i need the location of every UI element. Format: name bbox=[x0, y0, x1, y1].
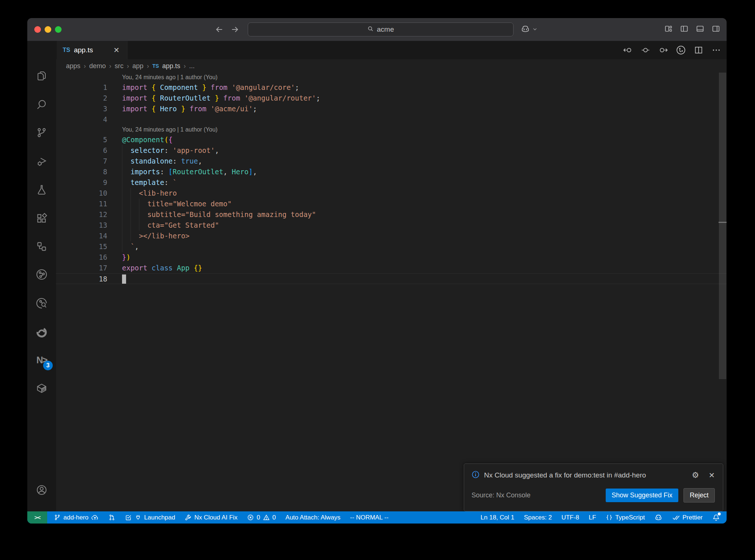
source-control-icon[interactable] bbox=[33, 124, 51, 141]
line-number[interactable]: 2 bbox=[56, 93, 107, 104]
code-line[interactable]: 5@Component({ bbox=[56, 134, 727, 145]
code-text[interactable]: export class App {} bbox=[107, 263, 727, 273]
project-structure-icon[interactable] bbox=[33, 238, 51, 255]
nx-console-icon[interactable]: N> 3 bbox=[33, 351, 51, 369]
line-number[interactable]: 11 bbox=[56, 199, 107, 209]
toggle-secondary-sidebar-icon[interactable] bbox=[711, 24, 720, 33]
vim-mode-status[interactable]: -- NORMAL -- bbox=[350, 514, 389, 521]
line-number[interactable]: 18 bbox=[56, 274, 107, 284]
indentation-status[interactable]: Spaces: 2 bbox=[524, 514, 552, 521]
code-line[interactable]: 15 `, bbox=[56, 241, 727, 252]
editor-scrollbar[interactable] bbox=[719, 73, 727, 511]
code-editor[interactable]: You, 24 minutes ago | 1 author (You)1imp… bbox=[56, 73, 727, 511]
remote-indicator[interactable]: >< bbox=[27, 511, 47, 524]
line-number[interactable]: 14 bbox=[56, 231, 107, 241]
notification-settings-gear-icon[interactable]: ⚙ bbox=[692, 471, 699, 479]
code-text[interactable]: }) bbox=[107, 252, 727, 263]
launchpad-status[interactable]: Launchpad bbox=[125, 514, 175, 521]
previous-change-icon[interactable] bbox=[623, 45, 633, 55]
line-number[interactable]: 10 bbox=[56, 188, 107, 199]
code-line[interactable]: 10 <lib-hero bbox=[56, 188, 727, 199]
minimize-window-button[interactable] bbox=[45, 26, 51, 33]
code-text[interactable]: template: ` bbox=[107, 177, 727, 188]
formatter-status[interactable]: Prettier bbox=[672, 514, 703, 521]
line-number[interactable]: 3 bbox=[56, 104, 107, 114]
auto-attach-status[interactable]: Auto Attach: Always bbox=[285, 514, 340, 521]
code-line[interactable]: 18 bbox=[56, 273, 727, 284]
pipeline-graph-icon[interactable] bbox=[33, 266, 51, 283]
code-text[interactable]: imports: [RouterOutlet, Hero], bbox=[107, 167, 727, 177]
code-line[interactable]: 17export class App {} bbox=[56, 263, 727, 273]
line-number[interactable]: 8 bbox=[56, 167, 107, 177]
pipeline-search-icon[interactable] bbox=[33, 294, 51, 312]
run-and-debug-icon[interactable] bbox=[33, 153, 51, 170]
breadcrumb-item-symbol[interactable]: ... bbox=[189, 62, 195, 70]
breadcrumb-item-file[interactable]: app.ts bbox=[162, 62, 180, 70]
code-text[interactable]: ></lib-hero> bbox=[107, 231, 727, 241]
code-text[interactable]: import { Hero } from '@acme/ui'; bbox=[107, 104, 727, 114]
line-number[interactable]: 13 bbox=[56, 220, 107, 231]
testing-icon[interactable] bbox=[33, 181, 51, 199]
split-editor-icon[interactable] bbox=[693, 45, 704, 55]
line-number[interactable]: 17 bbox=[56, 263, 107, 273]
code-line[interactable]: 4 bbox=[56, 114, 727, 125]
code-text[interactable]: selector: 'app-root', bbox=[107, 145, 727, 156]
breadcrumb-item-apps[interactable]: apps bbox=[66, 62, 80, 70]
code-text[interactable]: `, bbox=[107, 241, 727, 252]
code-text[interactable]: <lib-hero bbox=[107, 188, 727, 199]
code-lens-text[interactable]: You, 24 minutes ago | 1 author (You) bbox=[56, 73, 218, 82]
show-suggested-fix-button[interactable]: Show Suggested Fix bbox=[606, 489, 678, 502]
nx-cloud-ai-fix-status[interactable]: Nx Cloud AI Fix bbox=[185, 514, 237, 521]
code-lens[interactable]: You, 24 minutes ago | 1 author (You) bbox=[56, 73, 727, 82]
containers-icon[interactable] bbox=[33, 379, 51, 397]
code-line[interactable]: 3import { Hero } from '@acme/ui'; bbox=[56, 104, 727, 114]
breadcrumb-item-demo[interactable]: demo bbox=[89, 62, 106, 70]
code-text[interactable]: subtitle="Build something amazing today" bbox=[107, 209, 727, 220]
code-text[interactable] bbox=[107, 114, 727, 125]
code-text[interactable] bbox=[107, 274, 727, 284]
line-number[interactable]: 12 bbox=[56, 209, 107, 220]
line-number[interactable]: 15 bbox=[56, 241, 107, 252]
line-number[interactable]: 7 bbox=[56, 156, 107, 167]
line-number[interactable]: 16 bbox=[56, 252, 107, 263]
next-change-icon[interactable] bbox=[658, 45, 668, 55]
navigate-forward-icon[interactable] bbox=[229, 24, 240, 35]
customize-layout-icon[interactable] bbox=[664, 24, 673, 33]
line-number[interactable]: 6 bbox=[56, 145, 107, 156]
more-actions-icon[interactable] bbox=[711, 45, 721, 55]
extensions-icon[interactable] bbox=[33, 210, 51, 227]
code-lens[interactable]: You, 24 minutes ago | 1 author (You) bbox=[56, 125, 727, 134]
tab-app-ts[interactable]: TS app.ts ✕ bbox=[57, 41, 128, 59]
edge-browser-icon[interactable] bbox=[33, 323, 51, 341]
eol-status[interactable]: LF bbox=[589, 514, 596, 521]
code-line[interactable]: 2import { RouterOutlet } from '@angular/… bbox=[56, 93, 727, 104]
encoding-status[interactable]: UTF-8 bbox=[561, 514, 579, 521]
copilot-menu[interactable] bbox=[521, 24, 537, 35]
git-branch-status[interactable]: add-hero bbox=[54, 514, 99, 521]
accounts-icon[interactable] bbox=[33, 481, 51, 499]
line-number[interactable]: 9 bbox=[56, 177, 107, 188]
notifications-bell-icon[interactable] bbox=[712, 514, 720, 521]
notification-close-icon[interactable]: ✕ bbox=[709, 471, 715, 480]
toggle-primary-sidebar-icon[interactable] bbox=[680, 24, 689, 33]
language-mode-status[interactable]: TypeScript bbox=[606, 514, 645, 521]
code-line[interactable]: 6 selector: 'app-root', bbox=[56, 145, 727, 156]
code-text[interactable]: import { RouterOutlet } from '@angular/r… bbox=[107, 93, 727, 104]
code-text[interactable]: import { Component } from '@angular/core… bbox=[107, 82, 727, 93]
code-line[interactable]: 11 title="Welcmoe demo" bbox=[56, 199, 727, 209]
scrollbar-thumb[interactable] bbox=[719, 73, 726, 379]
code-text[interactable]: @Component({ bbox=[107, 134, 727, 145]
code-line[interactable]: 1import { Component } from '@angular/cor… bbox=[56, 82, 727, 93]
code-line[interactable]: 16}) bbox=[56, 252, 727, 263]
open-changes-icon[interactable] bbox=[640, 45, 651, 55]
code-line[interactable]: 7 standalone: true, bbox=[56, 156, 727, 167]
code-text[interactable]: cta="Get Started" bbox=[107, 220, 727, 231]
breadcrumb-item-src[interactable]: src bbox=[115, 62, 123, 70]
nx-run-target-icon[interactable] bbox=[676, 45, 686, 55]
search-view-icon[interactable] bbox=[33, 96, 51, 113]
cursor-position-status[interactable]: Ln 18, Col 1 bbox=[481, 514, 515, 521]
line-number[interactable]: 5 bbox=[56, 134, 107, 145]
toggle-panel-icon[interactable] bbox=[696, 24, 704, 33]
line-number[interactable]: 1 bbox=[56, 82, 107, 93]
zoom-window-button[interactable] bbox=[55, 26, 62, 33]
